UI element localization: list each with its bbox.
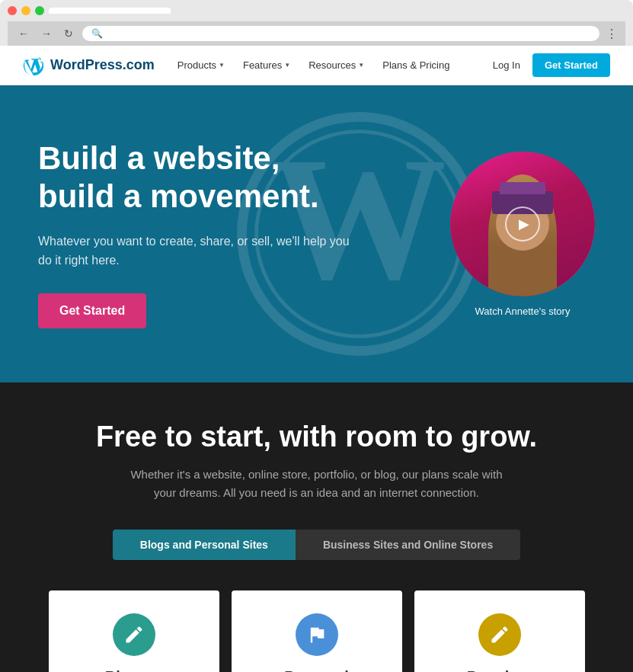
maximize-dot[interactable]: [35, 6, 44, 15]
blogger-plan-name: Blogger: [105, 668, 163, 672]
plan-card-personal: Personal $5 per month, billed yearly: [232, 590, 402, 672]
premium-plan-name: Premium: [467, 668, 532, 672]
features-arrow-icon: ▼: [284, 62, 290, 69]
nav-products[interactable]: Products ▼: [170, 55, 232, 75]
products-arrow-icon: ▼: [219, 62, 225, 69]
search-icon: 🔍: [91, 28, 103, 39]
video-caption: Watch Annette's story: [475, 306, 571, 317]
play-button[interactable]: ▶: [505, 206, 540, 242]
plans-section: Free to start, with room to grow. Whethe…: [0, 382, 633, 672]
hero-get-started-button[interactable]: Get Started: [38, 293, 146, 328]
pen-icon: [123, 624, 145, 645]
refresh-button[interactable]: ↻: [61, 26, 76, 41]
close-dot[interactable]: [8, 6, 17, 15]
hero-section: W Build a website, build a movement. Wha…: [0, 85, 633, 382]
browser-titlebar: [8, 6, 625, 15]
hero-subtitle: Whatever you want to create, share, or s…: [38, 232, 358, 270]
hero-title: Build a website, build a movement.: [38, 139, 358, 216]
plan-cards-container: Blogger $3 per month, billed yearly Pers…: [43, 590, 591, 672]
personal-plan-icon: [296, 613, 338, 656]
video-thumbnail[interactable]: ▶: [450, 152, 595, 296]
logo-text: WordPress.com: [50, 57, 155, 73]
header-get-started-button[interactable]: Get Started: [532, 53, 610, 77]
nav-plans[interactable]: Plans & Pricing: [375, 55, 457, 75]
tab-business-stores[interactable]: Business Sites and Online Stores: [296, 530, 520, 560]
wordpress-logo-icon: [23, 55, 44, 76]
star-icon: [489, 624, 510, 645]
browser-menu-button[interactable]: ⋮: [606, 27, 618, 41]
browser-tab[interactable]: [49, 8, 171, 14]
plans-section-subtitle: Whether it's a website, online store, po…: [119, 466, 515, 502]
flag-icon: [306, 624, 328, 645]
browser-chrome: ← → ↻ 🔍 ⋮: [0, 0, 633, 46]
logo-area: WordPress.com: [23, 55, 155, 76]
plans-section-title: Free to start, with room to grow.: [96, 421, 537, 453]
site-wrapper: WordPress.com Products ▼ Features ▼ Reso…: [0, 46, 633, 672]
main-nav: Products ▼ Features ▼ Resources ▼ Plans …: [170, 55, 493, 75]
play-icon: ▶: [519, 216, 529, 232]
personal-plan-name: Personal: [284, 668, 348, 672]
nav-resources[interactable]: Resources ▼: [301, 55, 372, 75]
resources-arrow-icon: ▼: [358, 62, 364, 69]
plans-tab-switcher: Blogs and Personal Sites Business Sites …: [113, 530, 520, 560]
blogger-plan-icon: [113, 613, 155, 656]
address-input[interactable]: [106, 28, 590, 39]
forward-button[interactable]: →: [38, 26, 55, 41]
login-link[interactable]: Log In: [493, 59, 520, 71]
tab-blogs-personal[interactable]: Blogs and Personal Sites: [113, 530, 296, 560]
video-inner: ▶: [450, 152, 595, 296]
nav-features[interactable]: Features ▼: [235, 55, 298, 75]
header-actions: Log In Get Started: [493, 53, 610, 77]
hero-video-area: ▶ Watch Annette's story: [450, 152, 595, 317]
plan-card-premium: Premium $8 per month, billed yearly: [414, 590, 585, 672]
site-header: WordPress.com Products ▼ Features ▼ Reso…: [0, 46, 633, 85]
premium-plan-icon: [478, 613, 521, 656]
plan-card-blogger: Blogger $3 per month, billed yearly: [49, 590, 219, 672]
back-button[interactable]: ←: [15, 26, 32, 41]
minimize-dot[interactable]: [21, 6, 30, 15]
address-bar[interactable]: 🔍: [82, 26, 599, 41]
browser-nav: ← → ↻ 🔍 ⋮: [8, 21, 625, 46]
hero-content: Build a website, build a movement. Whate…: [38, 139, 358, 328]
